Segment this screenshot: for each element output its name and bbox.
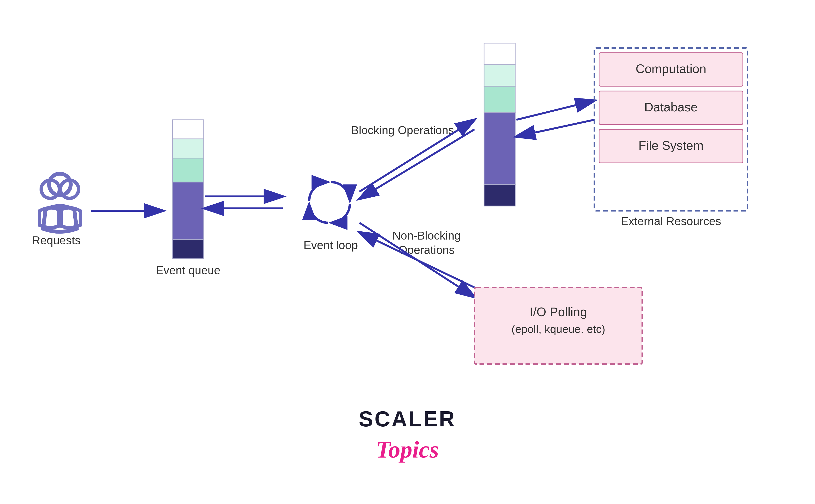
queue-bar-green	[172, 158, 204, 182]
non-blocking-label-1: Non-Blocking	[392, 229, 461, 242]
database-label: Database	[644, 100, 698, 114]
event-loop-label: Event loop	[303, 239, 358, 252]
thread-bar-green	[484, 86, 515, 113]
queue-bar-green-pale	[172, 139, 204, 158]
queue-bar-purple-mid	[172, 182, 204, 240]
queue-bar-white	[172, 120, 204, 139]
thread-bar-white	[484, 43, 515, 65]
file-system-label: File System	[638, 138, 704, 152]
brand-scaler: SCALER	[359, 407, 456, 431]
computation-label: Computation	[636, 62, 706, 76]
external-resources-label: External Resources	[621, 215, 721, 228]
event-queue-label: Event queue	[156, 264, 220, 277]
io-polling-label-1: I/O Polling	[530, 305, 587, 319]
thread-bar-dark	[484, 184, 515, 206]
main-diagram-svg: Requests Event queue	[0, 0, 815, 504]
requests-label: Requests	[32, 234, 81, 247]
brand-topics: Topics	[376, 436, 439, 463]
thread-bar-purple	[484, 113, 515, 184]
io-polling-label-2: (epoll, kqueue. etc)	[512, 323, 605, 335]
blocking-ops-label: Blocking Operations	[351, 124, 454, 137]
queue-bar-purple-dark	[172, 240, 204, 259]
diagram-container: Requests Event queue	[0, 0, 815, 504]
thread-bar-green-pale	[484, 65, 515, 86]
